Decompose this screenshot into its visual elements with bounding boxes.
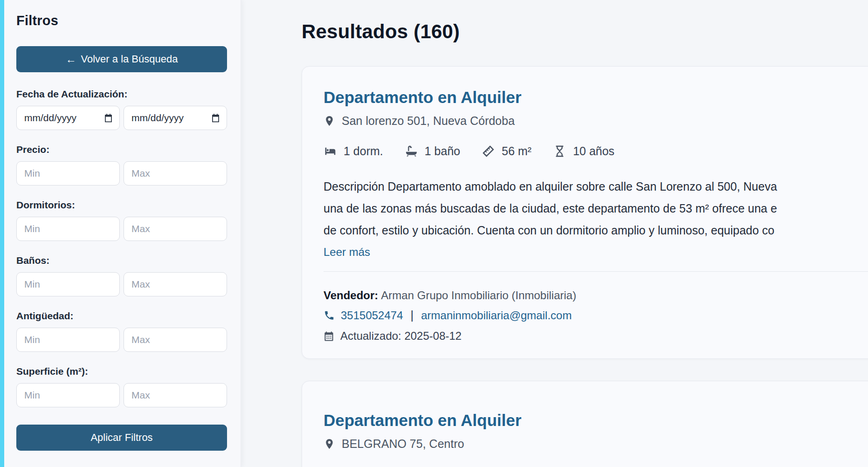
bed-icon	[324, 144, 337, 158]
read-more-link[interactable]: Leer más	[324, 246, 370, 259]
listing-location-row: BELGRANO 75, Centro	[324, 437, 868, 451]
filters-sidebar: Filtros ← Volver a la Búsqueda Fecha de …	[4, 0, 241, 467]
vendor-row: Vendedor:Arman Grupo Inmobiliario (Inmob…	[324, 289, 868, 302]
date-from-input[interactable]: mm/dd/yyyy	[16, 106, 120, 130]
results-area: Resultados (160) Departamento en Alquile…	[241, 0, 868, 467]
apply-filters-button[interactable]: Aplicar Filtros	[16, 425, 227, 451]
listing-card: Departamento en Alquiler San lorenzo 501…	[302, 66, 868, 359]
contact-row: 3515052474 | armaninmobiliaria@gmail.com	[324, 308, 868, 323]
location-pin-icon	[324, 115, 335, 127]
feature-age: 10 años	[553, 144, 614, 158]
description-line: una de las zonas más buscadas de la ciud…	[324, 198, 868, 220]
ruler-icon	[482, 144, 495, 158]
calendar-icon	[211, 113, 220, 123]
description-line: Descripción Departamento amoblado en alq…	[324, 176, 868, 198]
phone-icon	[324, 310, 335, 321]
left-arrow-icon: ←	[66, 53, 76, 66]
filter-age: Antigüedad:	[16, 310, 231, 352]
sidebar-title: Filtros	[16, 13, 231, 28]
phone-number[interactable]: 3515052474	[341, 309, 403, 322]
filter-surface: Superficie (m²):	[16, 366, 231, 407]
date-from-value: mm/dd/yyyy	[24, 112, 76, 124]
date-to-value: mm/dd/yyyy	[131, 112, 184, 124]
description-line: de confort, estilo y ubicación. Cuenta c…	[324, 220, 868, 241]
price-min-input[interactable]	[16, 161, 120, 185]
feature-bathrooms: 1 baño	[405, 144, 460, 158]
bathrooms-max-input[interactable]	[124, 272, 227, 296]
bathrooms-min-input[interactable]	[16, 272, 120, 296]
listing-features-row: 1 dorm. 1 baño 56 m² 10 años	[324, 144, 868, 158]
listing-location-row: San lorenzo 501, Nueva Córdoba	[324, 114, 868, 128]
vendor-value: Arman Grupo Inmobiliario (Inmobiliaria)	[381, 289, 576, 302]
feature-text: 1 dorm.	[344, 144, 383, 158]
updated-text: Actualizado: 2025-08-12	[340, 330, 462, 343]
bedrooms-max-input[interactable]	[124, 217, 227, 241]
filter-label: Precio:	[16, 144, 231, 155]
filter-label: Baños:	[16, 255, 231, 266]
feature-text: 1 baño	[425, 144, 460, 158]
feature-text: 10 años	[573, 144, 614, 158]
bath-icon	[405, 144, 418, 158]
filter-bedrooms: Dormitorios:	[16, 199, 231, 241]
age-min-input[interactable]	[16, 328, 120, 352]
apply-button-label: Aplicar Filtros	[90, 432, 152, 444]
filter-update-date: Fecha de Actualización: mm/dd/yyyy mm/dd…	[16, 89, 231, 130]
back-to-search-button[interactable]: ← Volver a la Búsqueda	[16, 46, 227, 72]
filter-label: Fecha de Actualización:	[16, 89, 231, 100]
hourglass-icon	[553, 144, 566, 158]
surface-min-input[interactable]	[16, 383, 120, 407]
filter-bathrooms: Baños:	[16, 255, 231, 296]
listing-description: Descripción Departamento amoblado en alq…	[324, 176, 868, 241]
listing-title[interactable]: Departamento en Alquiler	[324, 411, 868, 430]
listing-location: BELGRANO 75, Centro	[342, 437, 464, 451]
feature-surface: 56 m²	[482, 144, 531, 158]
filter-label: Superficie (m²):	[16, 366, 231, 377]
filter-label: Antigüedad:	[16, 310, 231, 322]
accent-stripe	[0, 0, 4, 467]
price-max-input[interactable]	[124, 161, 227, 185]
vendor-label: Vendedor:	[324, 289, 378, 302]
calendar-icon	[324, 331, 334, 342]
age-max-input[interactable]	[124, 328, 227, 352]
date-to-input[interactable]: mm/dd/yyyy	[124, 106, 227, 130]
listing-card: Departamento en Alquiler BELGRANO 75, Ce…	[302, 381, 868, 467]
listing-location: San lorenzo 501, Nueva Córdoba	[342, 114, 515, 128]
feature-text: 56 m²	[502, 144, 531, 158]
email-link[interactable]: armaninmobiliaria@gmail.com	[421, 309, 572, 322]
bedrooms-min-input[interactable]	[16, 217, 120, 241]
filter-label: Dormitorios:	[16, 199, 231, 211]
calendar-icon	[103, 113, 113, 123]
filter-price: Precio:	[16, 144, 231, 185]
results-heading: Resultados (160)	[302, 21, 868, 43]
back-button-label: Volver a la Búsqueda	[81, 53, 178, 65]
contact-separator: |	[410, 308, 413, 323]
surface-max-input[interactable]	[124, 383, 227, 407]
listing-title[interactable]: Departamento en Alquiler	[324, 88, 868, 107]
card-divider	[324, 271, 868, 272]
feature-bedrooms: 1 dorm.	[324, 144, 383, 158]
updated-row: Actualizado: 2025-08-12	[324, 330, 868, 343]
location-pin-icon	[324, 438, 335, 450]
